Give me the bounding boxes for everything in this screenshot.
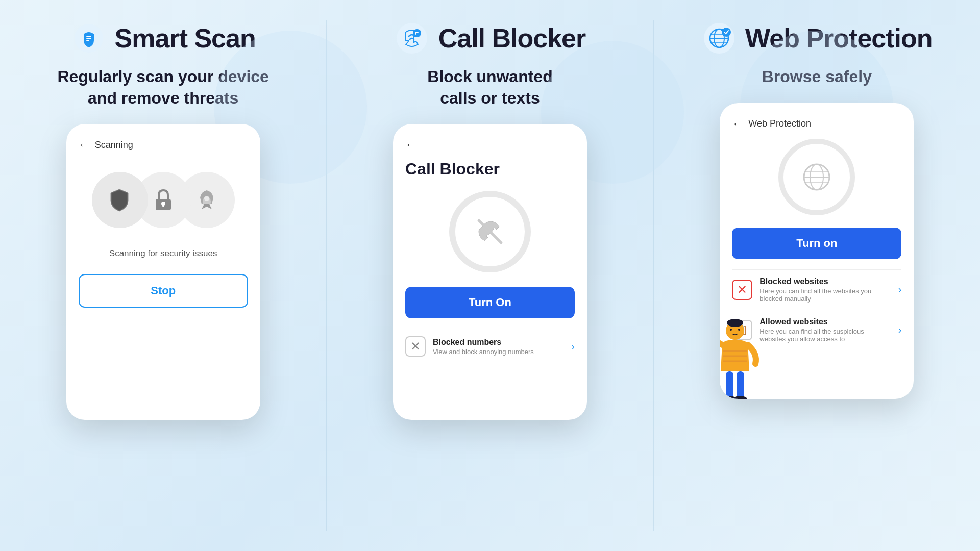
call-blocker-icon	[395, 20, 430, 56]
call-blocker-header: Call Blocker	[395, 20, 586, 56]
svg-rect-1	[86, 36, 91, 37]
nav-title: Scanning	[95, 140, 133, 151]
stop-button[interactable]: Stop	[79, 274, 248, 308]
allowed-websites-title: Allowed websites	[760, 317, 891, 327]
call-blocker-turn-on-button[interactable]: Turn On	[405, 287, 575, 318]
call-blocker-subtitle: Block unwantedcalls or texts	[427, 66, 552, 109]
web-nav: ← Web Protection	[732, 117, 901, 131]
wp-nav-title: Web Protection	[748, 118, 811, 129]
web-protection-section: Web Protection Browse safely ← Web Prote…	[654, 0, 980, 551]
blocked-numbers-chevron: ›	[571, 341, 575, 353]
blocked-websites-item[interactable]: ✕ Blocked websites Here you can find all…	[732, 269, 901, 310]
scan-status: Scanning for security issues	[79, 248, 248, 259]
call-blocked-icon	[449, 191, 531, 272]
wp-back-arrow[interactable]: ←	[732, 117, 743, 131]
svg-rect-30	[726, 371, 733, 399]
smart-scan-section: Smart Scan Regularly scan your deviceand…	[0, 0, 326, 551]
web-protection-icon	[701, 20, 737, 56]
smart-scan-title: Smart Scan	[115, 23, 256, 54]
blocked-websites-title: Blocked websites	[760, 277, 891, 286]
web-protection-title: Web Protection	[745, 23, 932, 54]
smart-scan-subtitle: Regularly scan your deviceand remove thr…	[57, 66, 268, 109]
blocked-numbers-title: Blocked numbers	[433, 338, 564, 347]
blocked-numbers-item[interactable]: ✕ Blocked numbers View and block annoyin…	[405, 329, 575, 364]
person-illustration	[720, 315, 766, 399]
web-turn-on-button[interactable]: Turn on	[732, 228, 901, 259]
blocked-websites-chevron: ›	[898, 284, 902, 295]
allowed-websites-desc: Here you can find all the suspicious web…	[760, 328, 891, 343]
web-protection-subtitle: Browse safely	[762, 66, 872, 88]
cb-back-arrow[interactable]: ←	[405, 138, 416, 152]
scan-icons-wrapper	[92, 172, 235, 233]
svg-rect-2	[86, 38, 91, 39]
shield-icon-circle	[92, 172, 148, 228]
svg-rect-6	[162, 204, 164, 207]
smart-scan-icon	[71, 20, 107, 56]
web-protection-header: Web Protection	[701, 20, 932, 56]
svg-point-28	[730, 329, 732, 331]
svg-point-27	[727, 319, 743, 327]
blocked-numbers-desc: View and block annoying numbers	[433, 348, 564, 356]
svg-rect-31	[737, 371, 744, 399]
svg-point-29	[738, 329, 740, 331]
call-blocker-phone: ← Call Blocker Turn On ✕ Blocked numbers…	[393, 124, 587, 420]
svg-point-8	[204, 196, 209, 201]
smart-scan-nav: ← Scanning	[79, 138, 248, 152]
call-blocker-section: Call Blocker Block unwantedcalls or text…	[327, 0, 653, 551]
blocked-websites-icon: ✕	[732, 280, 752, 300]
web-globe-icon	[778, 139, 855, 215]
cb-phone-title: Call Blocker	[405, 160, 575, 179]
back-arrow-icon[interactable]: ←	[79, 138, 90, 152]
smart-scan-header: Smart Scan	[71, 20, 256, 56]
svg-point-33	[733, 396, 747, 399]
call-blocker-nav: ←	[405, 138, 575, 152]
svg-rect-3	[86, 40, 89, 41]
call-blocker-title: Call Blocker	[438, 23, 586, 54]
blocked-websites-desc: Here you can find all the websites you b…	[760, 287, 891, 303]
web-protection-phone: ← Web Protection Turn on ✕ Blocked websi…	[720, 103, 914, 399]
smart-scan-phone: ← Scanning	[66, 124, 260, 420]
svg-rect-12	[415, 32, 419, 33]
allowed-websites-chevron: ›	[898, 324, 902, 336]
blocked-numbers-icon: ✕	[405, 336, 426, 357]
svg-point-20	[722, 28, 731, 37]
